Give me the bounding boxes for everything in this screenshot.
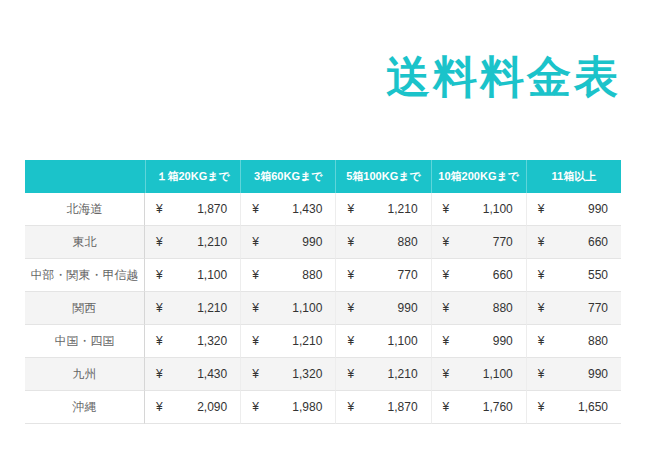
price-value: 1,870 [197,202,227,216]
shipping-fee-table: １箱20KGまで3箱60KGまで5箱100KGまで10箱200KGまで11箱以上… [25,160,621,424]
price-cell: ¥2,090 [145,391,240,424]
yen-symbol: ¥ [337,400,354,414]
yen-symbol: ¥ [337,235,354,249]
price-cell: ¥1,100 [431,193,526,226]
price-value: 1,100 [292,301,322,315]
price-cell: ¥880 [335,226,430,259]
yen-symbol: ¥ [242,334,259,348]
price-cell: ¥990 [526,193,621,226]
price-value: 770 [398,268,418,282]
header-row: １箱20KGまで3箱60KGまで5箱100KGまで10箱200KGまで11箱以上 [25,160,621,193]
region-cell: 中部・関東・甲信越 [25,259,145,292]
yen-symbol: ¥ [528,235,545,249]
price-value: 880 [398,235,418,249]
price-value: 1,320 [292,367,322,381]
yen-symbol: ¥ [146,334,163,348]
price-cell: ¥1,320 [145,325,240,358]
price-value: 1,320 [197,334,227,348]
price-cell: ¥990 [431,325,526,358]
price-cell: ¥660 [526,226,621,259]
region-cell: 中国・四国 [25,325,145,358]
table-row: 北海道¥1,870¥1,430¥1,210¥1,100¥990 [25,193,621,226]
price-value: 1,870 [388,400,418,414]
price-cell: ¥990 [335,292,430,325]
yen-symbol: ¥ [242,301,259,315]
price-value: 1,210 [388,367,418,381]
price-value: 770 [588,301,608,315]
price-cell: ¥1,100 [145,259,240,292]
price-value: 990 [493,334,513,348]
table-row: 沖縄¥2,090¥1,980¥1,870¥1,760¥1,650 [25,391,621,424]
fee-table-container: １箱20KGまで3箱60KGまで5箱100KGまで10箱200KGまで11箱以上… [25,160,621,424]
price-cell: ¥880 [526,325,621,358]
table-row: 九州¥1,430¥1,320¥1,210¥1,100¥990 [25,358,621,391]
yen-symbol: ¥ [146,400,163,414]
yen-symbol: ¥ [337,367,354,381]
price-value: 660 [588,235,608,249]
yen-symbol: ¥ [528,367,545,381]
price-value: 880 [493,301,513,315]
price-cell: ¥880 [240,259,335,292]
yen-symbol: ¥ [528,202,545,216]
price-value: 2,090 [197,400,227,414]
column-header: 10箱200KGまで [431,160,526,193]
page-title: 送料料金表 [386,51,621,104]
yen-symbol: ¥ [242,268,259,282]
yen-symbol: ¥ [146,301,163,315]
yen-symbol: ¥ [337,268,354,282]
price-cell: ¥770 [335,259,430,292]
price-value: 880 [302,268,322,282]
price-value: 1,980 [292,400,322,414]
price-value: 1,210 [197,301,227,315]
yen-symbol: ¥ [433,268,450,282]
fee-table-body: 北海道¥1,870¥1,430¥1,210¥1,100¥990東北¥1,210¥… [25,193,621,424]
price-cell: ¥1,980 [240,391,335,424]
price-cell: ¥1,650 [526,391,621,424]
column-header: 5箱100KGまで [335,160,430,193]
yen-symbol: ¥ [146,268,163,282]
region-cell: 九州 [25,358,145,391]
table-row: 中国・四国¥1,320¥1,210¥1,100¥990¥880 [25,325,621,358]
yen-symbol: ¥ [433,400,450,414]
yen-symbol: ¥ [433,367,450,381]
yen-symbol: ¥ [337,301,354,315]
price-value: 1,210 [388,202,418,216]
price-cell: ¥1,320 [240,358,335,391]
price-cell: ¥1,100 [335,325,430,358]
yen-symbol: ¥ [433,334,450,348]
yen-symbol: ¥ [528,400,545,414]
shipping-fee-page: 送料料金表 １箱20KGまで3箱60KGまで5箱100KGまで10箱200KGま… [0,0,646,457]
price-cell: ¥1,430 [240,193,335,226]
column-header: 3箱60KGまで [240,160,335,193]
table-row: 中部・関東・甲信越¥1,100¥880¥770¥660¥550 [25,259,621,292]
price-cell: ¥1,870 [335,391,430,424]
price-value: 1,650 [578,400,608,414]
yen-symbol: ¥ [242,367,259,381]
table-row: 東北¥1,210¥990¥880¥770¥660 [25,226,621,259]
price-value: 1,100 [388,334,418,348]
price-value: 550 [588,268,608,282]
yen-symbol: ¥ [242,400,259,414]
price-value: 990 [588,367,608,381]
table-row: 関西¥1,210¥1,100¥990¥880¥770 [25,292,621,325]
price-cell: ¥1,210 [240,325,335,358]
price-value: 990 [588,202,608,216]
yen-symbol: ¥ [337,334,354,348]
yen-symbol: ¥ [337,202,354,216]
price-cell: ¥1,210 [335,193,430,226]
region-cell: 関西 [25,292,145,325]
price-cell: ¥990 [240,226,335,259]
price-cell: ¥1,210 [145,226,240,259]
price-value: 990 [398,301,418,315]
yen-symbol: ¥ [146,202,163,216]
region-cell: 東北 [25,226,145,259]
yen-symbol: ¥ [242,235,259,249]
price-cell: ¥1,210 [145,292,240,325]
price-cell: ¥1,760 [431,391,526,424]
price-cell: ¥880 [431,292,526,325]
price-cell: ¥990 [526,358,621,391]
column-header: 11箱以上 [526,160,621,193]
corner-cell [25,160,145,193]
price-value: 1,210 [197,235,227,249]
price-value: 1,100 [483,367,513,381]
